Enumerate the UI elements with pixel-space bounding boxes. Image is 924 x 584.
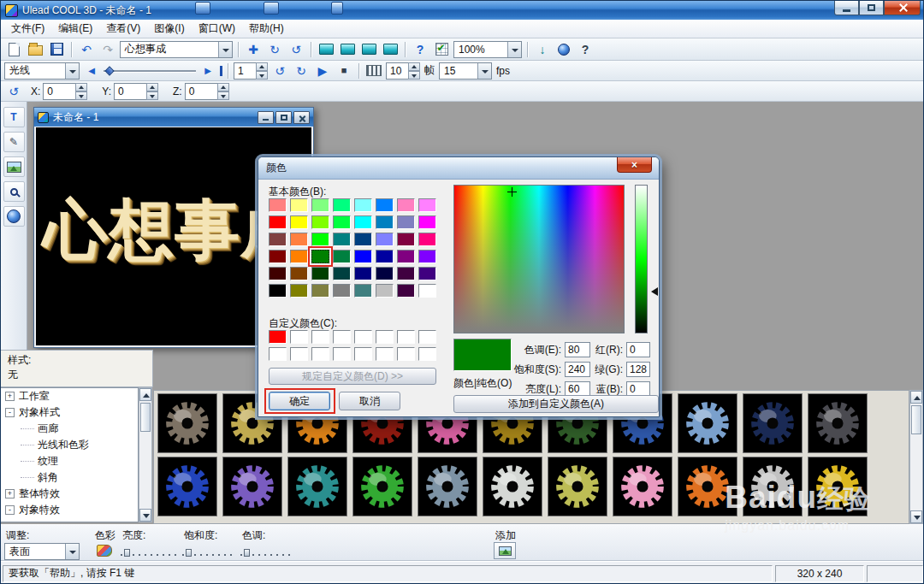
- doc-minimize-button[interactable]: [258, 111, 274, 124]
- custom-color-swatch[interactable]: [354, 330, 372, 344]
- basic-color-swatch[interactable]: [418, 267, 436, 280]
- maximize-button[interactable]: [859, 1, 884, 15]
- custom-color-swatch[interactable]: [397, 347, 415, 361]
- dropdown-arrow-icon[interactable]: [218, 42, 232, 57]
- slider-thumb[interactable]: [244, 549, 250, 557]
- move-tool-button[interactable]: ✚: [244, 40, 263, 58]
- spinner-down-icon[interactable]: [146, 91, 158, 100]
- spinner-down-icon[interactable]: [256, 71, 268, 80]
- rotate-tool-button[interactable]: ↻: [265, 40, 284, 58]
- tree-scrollbar[interactable]: [139, 387, 152, 522]
- timeline-slider-thumb[interactable]: [104, 66, 114, 75]
- tree-item[interactable]: 纹理: [1, 453, 138, 469]
- menu-item[interactable]: 编辑(E): [51, 19, 99, 38]
- scrollbar-thumb[interactable]: [911, 405, 921, 434]
- document-titlebar[interactable]: 未命名 - 1: [34, 108, 313, 127]
- basic-color-swatch[interactable]: [333, 267, 351, 280]
- doc-maximize-button[interactable]: [275, 111, 292, 124]
- spinner-down-icon[interactable]: [408, 71, 420, 80]
- redo-button[interactable]: ↷: [98, 40, 117, 58]
- basic-color-swatch[interactable]: [333, 284, 351, 298]
- basic-color-swatch[interactable]: [397, 215, 415, 229]
- adjust-combobox[interactable]: 表面: [4, 543, 80, 560]
- basic-color-swatch[interactable]: [397, 233, 415, 246]
- basic-color-swatch[interactable]: [269, 267, 287, 280]
- basic-color-swatch[interactable]: [418, 284, 436, 298]
- define-custom-colors-button[interactable]: 规定自定义颜色(D) >>: [269, 368, 436, 385]
- basic-color-swatch[interactable]: [290, 233, 308, 246]
- edit-text-button[interactable]: ✎: [3, 132, 25, 152]
- basic-color-swatch[interactable]: [397, 284, 415, 298]
- frame-value[interactable]: 1: [234, 62, 256, 80]
- close-button[interactable]: [884, 1, 921, 15]
- gear-thumbnail[interactable]: [352, 457, 412, 516]
- spinner-down-icon[interactable]: [75, 91, 87, 100]
- gear-thumbnail[interactable]: [418, 457, 477, 516]
- red-input[interactable]: 0: [626, 342, 650, 357]
- x-value[interactable]: 0: [43, 83, 75, 100]
- insert-text-button[interactable]: T: [3, 107, 25, 127]
- gear-thumbnail[interactable]: [157, 393, 217, 453]
- spinner-up-icon[interactable]: [146, 83, 158, 91]
- hue-saturation-marker[interactable]: [507, 187, 517, 197]
- spinner-down-icon[interactable]: [217, 91, 229, 100]
- y-value[interactable]: 0: [114, 83, 146, 100]
- custom-color-swatch[interactable]: [311, 347, 329, 361]
- basic-color-swatch[interactable]: [418, 250, 436, 263]
- doc-close-button[interactable]: [293, 111, 310, 124]
- custom-color-swatch[interactable]: [269, 347, 287, 361]
- render-button[interactable]: [554, 40, 573, 58]
- luminance-arrow-icon[interactable]: [651, 287, 658, 296]
- menu-item[interactable]: 图像(I): [147, 19, 191, 38]
- basic-color-swatch[interactable]: [376, 250, 394, 263]
- save-button[interactable]: [47, 40, 66, 58]
- green-input[interactable]: 128: [626, 362, 650, 377]
- hue-input[interactable]: 80: [565, 342, 590, 357]
- window-layout-button[interactable]: [359, 40, 378, 58]
- basic-color-swatch[interactable]: [354, 284, 372, 298]
- open-button[interactable]: [26, 40, 44, 58]
- basic-color-swatch[interactable]: [418, 198, 436, 212]
- spinner-up-icon[interactable]: [217, 83, 229, 91]
- custom-color-swatch[interactable]: [311, 330, 329, 344]
- gear-thumbnail[interactable]: [222, 457, 282, 516]
- hue-slider[interactable]: [240, 549, 293, 557]
- add-preset-button[interactable]: [494, 542, 516, 559]
- new-button[interactable]: [4, 40, 23, 58]
- gear-thumbnail[interactable]: [548, 457, 607, 516]
- export-button[interactable]: ↓: [533, 40, 552, 58]
- fps-combobox[interactable]: 15: [439, 62, 492, 80]
- basic-color-swatch[interactable]: [354, 198, 372, 212]
- basic-color-swatch[interactable]: [269, 198, 287, 212]
- scroll-up-icon[interactable]: [139, 388, 151, 401]
- dialog-close-button[interactable]: ×: [617, 157, 652, 173]
- basic-color-swatch[interactable]: [354, 267, 372, 280]
- window-layout-button[interactable]: [381, 40, 400, 58]
- saturation-input[interactable]: 240: [565, 362, 590, 377]
- gear-thumbnail[interactable]: [287, 457, 347, 516]
- context-help-button[interactable]: ?: [576, 40, 595, 58]
- transform-mode-button[interactable]: ↺: [4, 82, 23, 100]
- dropdown-arrow-icon[interactable]: [65, 63, 79, 79]
- basic-color-swatch[interactable]: [397, 198, 415, 212]
- basic-color-swatch[interactable]: [397, 267, 415, 280]
- custom-color-swatch[interactable]: [333, 347, 351, 361]
- spinner-up-icon[interactable]: [408, 62, 420, 71]
- duration-spinner[interactable]: 10: [386, 62, 420, 80]
- window-layout-button[interactable]: [317, 40, 335, 58]
- slider-thumb[interactable]: [186, 549, 192, 557]
- slider-thumb[interactable]: [124, 549, 130, 557]
- frame-spinner[interactable]: 1: [234, 62, 268, 80]
- custom-color-swatch[interactable]: [418, 347, 436, 361]
- stop-button[interactable]: ■: [335, 62, 353, 80]
- basic-color-swatch[interactable]: [311, 284, 329, 298]
- palette-icon[interactable]: [97, 545, 112, 557]
- tree-toggle-icon[interactable]: -: [5, 505, 15, 515]
- play-button[interactable]: ▶: [313, 62, 332, 80]
- window-layout-button[interactable]: [338, 40, 357, 58]
- basic-color-swatch[interactable]: [333, 233, 351, 246]
- preset-combobox[interactable]: 心想事成: [120, 41, 233, 58]
- brightness-slider[interactable]: [121, 549, 177, 557]
- basic-color-swatch[interactable]: [290, 284, 308, 298]
- tree-item[interactable]: -对象样式: [1, 404, 138, 421]
